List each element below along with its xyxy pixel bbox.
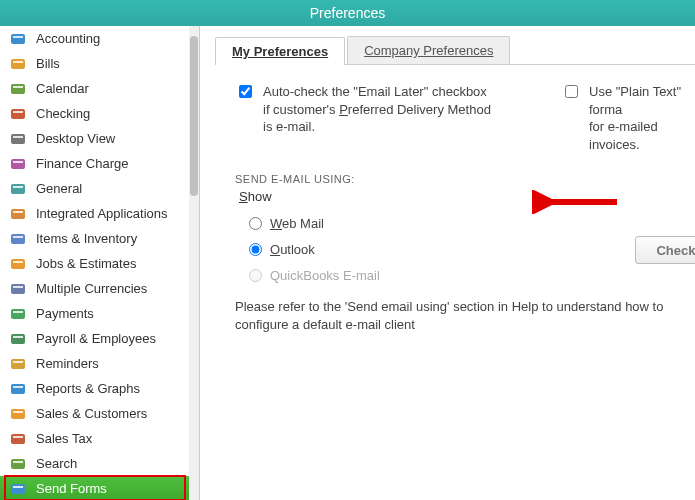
sidebar: AccountingBillsCalendarCheckingDesktop V… [0,26,200,500]
sidebar-item-jobs-estimates[interactable]: Jobs & Estimates [0,251,189,276]
sidebar-item-icon [10,481,26,497]
sidebar-item-icon [10,381,26,397]
sidebar-item-icon [10,156,26,172]
plaintext-checkbox[interactable] [565,85,578,98]
sidebar-scrollbar-thumb[interactable] [190,36,198,196]
sidebar-item-label: Calendar [36,81,89,96]
sidebar-item-label: Bills [36,56,60,71]
sidebar-item-search[interactable]: Search [0,451,189,476]
svg-rect-37 [13,486,23,488]
sidebar-item-icon [10,206,26,222]
main-pane: My Preferences Company Preferences Auto-… [200,26,695,500]
svg-rect-20 [11,284,25,294]
sidebar-item-payments[interactable]: Payments [0,301,189,326]
svg-rect-24 [11,334,25,344]
sidebar-item-label: Search [36,456,77,471]
section-caption: SEND E-MAIL USING: [235,173,695,185]
sidebar-item-icon [10,231,26,247]
svg-rect-33 [13,436,23,438]
svg-rect-11 [13,161,23,163]
sidebar-item-icon [10,81,26,97]
sidebar-item-icon [10,106,26,122]
sidebar-item-general[interactable]: General [0,176,189,201]
sidebar-item-icon [10,131,26,147]
svg-rect-17 [13,236,23,238]
tabs: My Preferences Company Preferences [215,36,695,65]
sidebar-item-sales-tax[interactable]: Sales Tax [0,426,189,451]
sidebar-item-integrated-applications[interactable]: Integrated Applications [0,201,189,226]
sidebar-item-icon [10,256,26,272]
sidebar-item-label: Payments [36,306,94,321]
autocheck-label: Auto-check the "Email Later" checkbox if… [263,83,501,136]
svg-rect-14 [11,209,25,219]
sidebar-item-label: Integrated Applications [36,206,168,221]
radio-group: Web Mail Outlook QuickBooks E-mail [235,210,695,288]
svg-rect-1 [13,36,23,38]
top-checkbox-row: Auto-check the "Email Later" checkbox if… [235,83,695,153]
sidebar-item-payroll-employees[interactable]: Payroll & Employees [0,326,189,351]
svg-rect-31 [13,411,23,413]
svg-rect-25 [13,336,23,338]
sidebar-item-bills[interactable]: Bills [0,51,189,76]
svg-rect-15 [13,211,23,213]
sidebar-item-finance-charge[interactable]: Finance Charge [0,151,189,176]
svg-rect-36 [11,484,25,494]
svg-rect-16 [11,234,25,244]
sidebar-item-icon [10,56,26,72]
sidebar-item-label: Multiple Currencies [36,281,147,296]
sidebar-item-label: Checking [36,106,90,121]
sidebar-item-label: Jobs & Estimates [36,256,136,271]
show-label: Show [235,189,695,204]
svg-rect-12 [11,184,25,194]
svg-rect-27 [13,361,23,363]
plaintext-row: Use "Plain Text" forma for e-mailed invo… [561,83,695,153]
svg-rect-29 [13,386,23,388]
svg-rect-2 [11,59,25,69]
tab-my-preferences[interactable]: My Preferences [215,37,345,65]
sidebar-item-label: Finance Charge [36,156,129,171]
svg-rect-26 [11,359,25,369]
svg-rect-0 [11,34,25,44]
svg-rect-28 [11,384,25,394]
svg-rect-19 [13,261,23,263]
radio-row-quickbooks: QuickBooks E-mail [249,262,695,288]
sidebar-item-send-forms[interactable]: Send Forms [0,476,189,500]
tab-label: My Preferences [232,44,328,59]
tab-label: Company Preferences [364,43,493,58]
sidebar-item-reports-graphs[interactable]: Reports & Graphs [0,376,189,401]
sidebar-item-icon [10,181,26,197]
svg-rect-8 [11,134,25,144]
check-subscriptions-button[interactable]: Check for valid subscriptions [635,236,695,264]
autocheck-row: Auto-check the "Email Later" checkbox if… [235,83,501,153]
svg-rect-13 [13,186,23,188]
svg-rect-32 [11,434,25,444]
svg-rect-7 [13,111,23,113]
svg-rect-30 [11,409,25,419]
sidebar-item-icon [10,356,26,372]
svg-rect-3 [13,61,23,63]
radio-quickbooks-label: QuickBooks E-mail [270,268,380,283]
sidebar-item-accounting[interactable]: Accounting [0,26,189,51]
sidebar-scrollbar[interactable] [189,26,199,500]
svg-rect-35 [13,461,23,463]
sidebar-item-sales-customers[interactable]: Sales & Customers [0,401,189,426]
sidebar-item-reminders[interactable]: Reminders [0,351,189,376]
sidebar-item-label: Send Forms [36,481,107,496]
radio-quickbooks [249,269,262,282]
autocheck-checkbox[interactable] [239,85,252,98]
sidebar-item-items-inventory[interactable]: Items & Inventory [0,226,189,251]
sidebar-item-icon [10,31,26,47]
tab-company-preferences[interactable]: Company Preferences [347,36,510,64]
radio-row-outlook: Outlook [249,236,695,262]
radio-webmail[interactable] [249,217,262,230]
sidebar-item-icon [10,306,26,322]
sidebar-item-calendar[interactable]: Calendar [0,76,189,101]
sidebar-item-desktop-view[interactable]: Desktop View [0,126,189,151]
svg-rect-6 [11,109,25,119]
sidebar-item-checking[interactable]: Checking [0,101,189,126]
window-title: Preferences [310,5,385,21]
radio-outlook[interactable] [249,243,262,256]
sidebar-item-icon [10,331,26,347]
svg-rect-23 [13,311,23,313]
sidebar-item-multiple-currencies[interactable]: Multiple Currencies [0,276,189,301]
